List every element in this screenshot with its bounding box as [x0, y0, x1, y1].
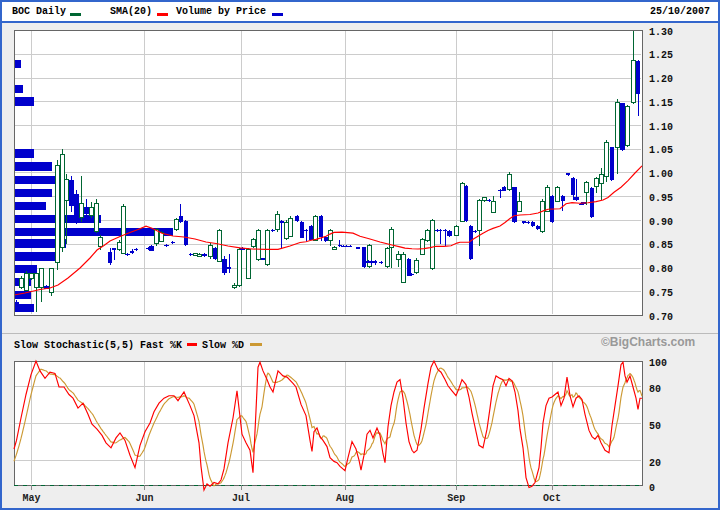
svg-text:Volume by Price: Volume by Price — [176, 6, 266, 17]
svg-text:BOC Daily: BOC Daily — [12, 6, 66, 17]
svg-text:80: 80 — [649, 384, 661, 395]
svg-text:50: 50 — [649, 421, 661, 432]
svg-text:Slow %D: Slow %D — [202, 340, 244, 351]
svg-text:100: 100 — [649, 358, 667, 369]
svg-text:SMA(20): SMA(20) — [110, 6, 152, 17]
svg-text:Sep: Sep — [447, 493, 465, 504]
svg-text:0.70: 0.70 — [649, 312, 673, 323]
svg-text:0.85: 0.85 — [649, 240, 673, 251]
svg-text:1.15: 1.15 — [649, 98, 673, 109]
svg-text:©BigCharts.com: ©BigCharts.com — [601, 335, 695, 349]
svg-text:1.30: 1.30 — [649, 27, 673, 38]
svg-text:1.00: 1.00 — [649, 169, 673, 180]
svg-text:0.90: 0.90 — [649, 217, 673, 228]
svg-text:Jul: Jul — [232, 493, 250, 504]
svg-text:0.75: 0.75 — [649, 288, 673, 299]
svg-text:Aug: Aug — [336, 493, 354, 504]
svg-text:Jun: Jun — [135, 493, 153, 504]
svg-text:25/10/2007: 25/10/2007 — [650, 6, 710, 17]
svg-text:1.10: 1.10 — [649, 122, 673, 133]
svg-text:20: 20 — [649, 458, 661, 469]
svg-text:1.25: 1.25 — [649, 50, 673, 61]
svg-text:0: 0 — [649, 483, 655, 494]
svg-text:Slow Stochastic(5,5) Fast %K: Slow Stochastic(5,5) Fast %K — [14, 340, 182, 351]
svg-text:1.20: 1.20 — [649, 74, 673, 85]
svg-text:1.05: 1.05 — [649, 145, 673, 156]
svg-text:0.95: 0.95 — [649, 193, 673, 204]
svg-text:May: May — [22, 493, 40, 504]
svg-text:Oct: Oct — [543, 493, 561, 504]
svg-text:0.80: 0.80 — [649, 264, 673, 275]
